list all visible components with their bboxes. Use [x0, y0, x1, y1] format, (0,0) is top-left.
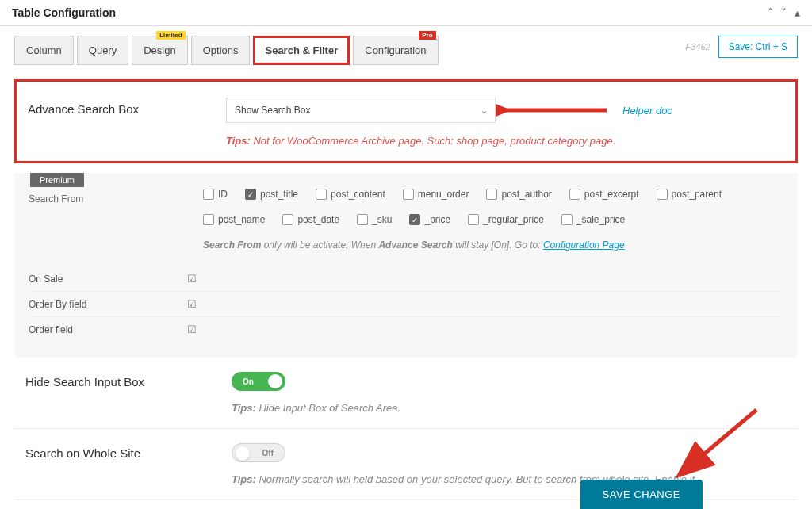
checkbox-_regular_price[interactable]: _regular_price [468, 214, 544, 225]
top-bar: Column Query DesignLimited Options Searc… [0, 26, 812, 65]
content: Advance Search Box Show Search Box ⌄ Hel… [0, 65, 812, 509]
hide-search-label: Hide Search Input Box [25, 375, 216, 388]
on-sale-row: On Sale ☑ [29, 266, 783, 292]
order-field-row: Order field ☑ [29, 317, 783, 342]
tab-configuration[interactable]: ConfigurationPro [353, 36, 438, 65]
checkbox-post_author[interactable]: post_author [486, 189, 551, 200]
premium-badge: Premium [30, 173, 84, 187]
checkbox-ID[interactable]: ID [203, 189, 228, 200]
checkbox-post_date[interactable]: post_date [282, 214, 339, 225]
panel-title: Table Configuration [12, 6, 116, 19]
tab-options[interactable]: Options [191, 36, 251, 65]
chevron-up-icon[interactable]: ˄ [768, 6, 773, 19]
arrow-left-icon [488, 98, 615, 122]
top-right: F3462 Save: Ctrl + S [685, 36, 798, 58]
tab-design[interactable]: DesignLimited [132, 36, 187, 65]
checkbox-_sku[interactable]: _sku [357, 214, 392, 225]
search-from-label: Search From [29, 189, 187, 205]
hide-search-toggle[interactable]: On [232, 372, 285, 391]
check-icon[interactable]: ☑ [187, 323, 197, 335]
tab-column[interactable]: Column [14, 36, 74, 65]
tabs: Column Query DesignLimited Options Searc… [14, 36, 439, 65]
badge-limited: Limited [156, 31, 185, 40]
check-icon[interactable]: ☑ [187, 298, 197, 310]
save-change-button[interactable]: SAVE CHANGE [580, 480, 703, 509]
check-icon[interactable]: ☑ [187, 273, 197, 285]
toggle-knob [268, 374, 282, 388]
badge-pro: Pro [419, 31, 435, 40]
hide-search-section: Hide Search Input Box On Tips: Hide Inpu… [14, 358, 798, 429]
advance-search-select[interactable]: Show Search Box [226, 98, 496, 123]
helper-doc-link[interactable]: Helper doc [622, 105, 672, 117]
chevron-down-icon[interactable]: ˅ [781, 6, 787, 19]
checkbox-_sale_price[interactable]: _sale_price [561, 214, 625, 225]
tab-query[interactable]: Query [77, 36, 128, 65]
save-shortcut-button[interactable]: Save: Ctrl + S [718, 36, 798, 58]
configuration-page-link[interactable]: Configuration Page [543, 239, 625, 251]
collapse-icon[interactable]: ▴ [795, 6, 800, 19]
premium-section: Premium Search From ID✓post_titlepost_co… [14, 173, 798, 358]
checkbox-post_content[interactable]: post_content [316, 189, 385, 200]
toggle-knob [236, 446, 250, 461]
checkbox-grid: ID✓post_titlepost_contentmenu_orderpost_… [203, 189, 783, 225]
search-from-note: Search From only will be activate, When … [203, 239, 783, 251]
advance-search-tips: Tips: Not for WooCommerce Archive page. … [226, 135, 781, 147]
checkbox-post_excerpt[interactable]: post_excerpt [569, 189, 639, 200]
panel-header: Table Configuration ˄ ˅ ▴ [0, 0, 812, 26]
checkbox-post_name[interactable]: post_name [203, 214, 265, 225]
panel-controls: ˄ ˅ ▴ [768, 6, 800, 19]
whole-site-label: Search on Whole Site [25, 446, 216, 460]
advance-search-section: Advance Search Box Show Search Box ⌄ Hel… [14, 79, 798, 163]
checkbox-post_title[interactable]: ✓post_title [245, 189, 298, 200]
whole-site-toggle[interactable]: Off [232, 443, 285, 462]
order-by-row: Order By field ☑ [29, 292, 783, 317]
advance-search-label: Advance Search Box [28, 98, 210, 116]
checkbox-menu_order[interactable]: menu_order [403, 189, 469, 200]
form-id: F3462 [685, 42, 710, 52]
checkbox-post_parent[interactable]: post_parent [657, 189, 722, 200]
checkbox-_price[interactable]: ✓_price [409, 214, 450, 225]
tab-search-filter[interactable]: Search & Filter [253, 36, 350, 65]
